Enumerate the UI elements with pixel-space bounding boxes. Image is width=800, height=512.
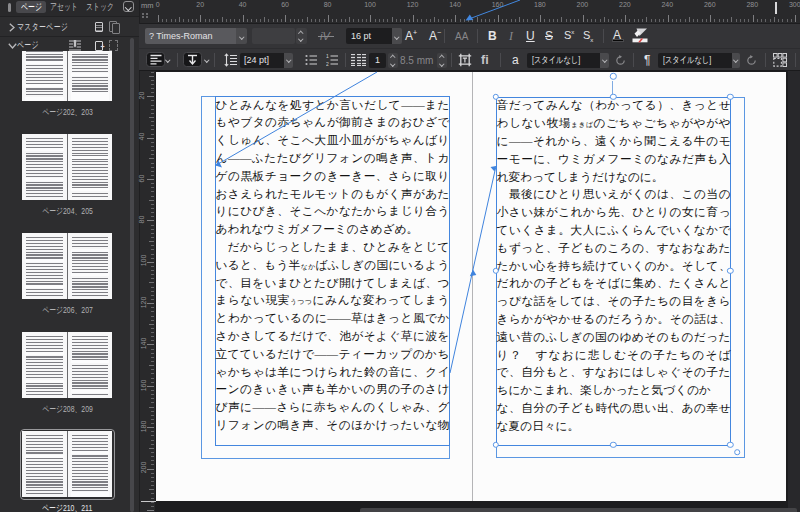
svg-text:1: 1 xyxy=(326,54,329,59)
svg-text:2: 2 xyxy=(326,61,329,67)
